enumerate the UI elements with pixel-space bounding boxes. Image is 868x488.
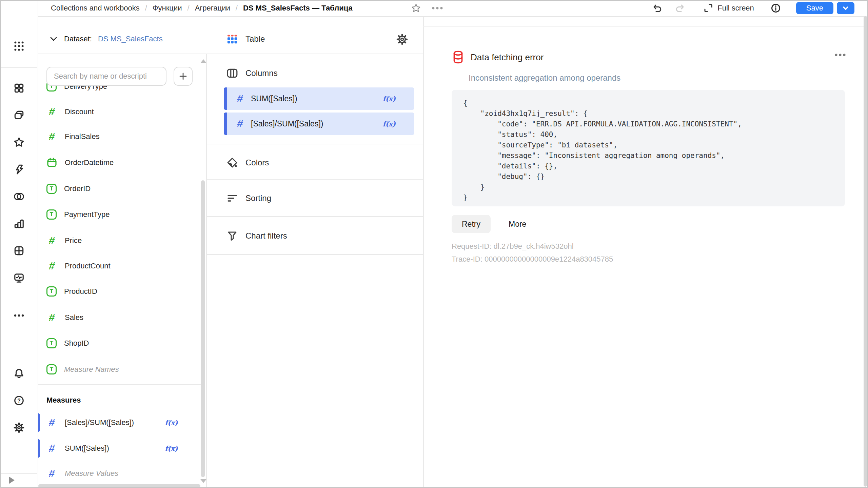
viz-type-label: Table [245,34,265,44]
field-row-sales[interactable]: # Sales [46,310,200,325]
field-row-shopid[interactable]: T ShopID [46,336,200,351]
retry-button[interactable]: Retry [452,215,491,233]
request-id-text: Request-ID: dl.27b9e_ck.h4iw532ohl [452,242,574,251]
dataset-label: Dataset: [64,35,92,43]
string-type-icon: T [46,338,57,348]
scroll-up-arrow[interactable] [200,59,206,63]
settings-gear-icon[interactable] [11,420,27,436]
error-subtitle-link[interactable]: Inconsistent aggregation among operands [469,73,620,83]
breadcrumb-aggregations[interactable]: Агрегации [195,4,230,13]
expand-panel-arrow-icon[interactable] [9,476,15,484]
field-search [46,67,166,86]
field-row-orderdatetime[interactable]: OrderDatetime [46,155,200,170]
field-row-productcount[interactable]: # ProductCount [46,258,200,274]
breadcrumb-collections-and-workbooks[interactable]: Collections and workbooks [51,4,140,13]
field-row-measure-names[interactable]: T Measure Names [46,362,200,377]
panel-divider [206,16,207,488]
undo-icon[interactable] [652,3,663,14]
number-type-icon: # [46,106,58,117]
field-row-paymenttype[interactable]: T PaymentType [46,207,200,222]
notifications-bell-icon[interactable] [11,365,27,382]
save-button[interactable]: Save [796,2,833,14]
add-field-button[interactable] [174,67,193,86]
chart-filters-section-header[interactable]: Chart filters [226,228,287,243]
measures-divider [38,384,202,385]
search-input[interactable] [46,67,166,86]
formula-fx-icon[interactable]: f(x) [165,444,177,453]
error-details-code-block: { "zoid43hx1q7ij_result": { "code": "ERR… [452,90,845,206]
fields-scrollbar[interactable] [201,180,205,477]
favorites-star-icon[interactable] [11,134,27,150]
field-row-discount[interactable]: # Discount [46,104,200,120]
dashboards-table-icon[interactable] [11,243,27,259]
chevron-down-icon [842,4,850,12]
connections-lightning-icon[interactable] [11,161,27,178]
error-more-actions-icon[interactable] [831,49,849,60]
dataset-panel-header: Dataset: DS MS_SalesFacts [38,16,206,54]
info-icon[interactable] [770,3,781,14]
field-accent-bar [224,113,227,135]
measure-row-sum-sales[interactable]: # SUM([Sales]) f(x) [46,441,200,456]
more-actions-icon[interactable] [431,5,443,12]
viz-type-header[interactable]: Table [206,16,423,54]
field-row-orderid[interactable]: T OrderID [46,181,200,197]
measure-row-measure-values[interactable]: # Measure Values [46,466,200,481]
column-field-pill[interactable]: # SUM([Sales]) f(x) [224,87,414,110]
string-type-icon: T [46,286,57,297]
error-header: Data fetching error [452,50,544,64]
breadcrumb: Collections and workbooks / Функции / Аг… [51,0,353,16]
fields-horizontal-scrollbar[interactable] [38,484,200,488]
field-accent-bar [224,87,227,110]
favorite-star-icon[interactable] [411,3,421,13]
measures-section-title: Measures [46,396,81,405]
fullscreen-label[interactable]: Full screen [717,4,754,13]
panel-divider [423,16,424,488]
error-title: Data fetching error [471,52,544,63]
string-type-icon: T [46,209,57,220]
breadcrumb-current-chart[interactable]: DS MS_SalesFacts — Таблица [243,4,353,13]
measure-row-sales-ratio[interactable]: # [Sales]/SUM([Sales]) f(x) [46,415,200,430]
formula-fx-icon[interactable]: f(x) [383,95,395,103]
breadcrumb-functions[interactable]: Функции [153,4,182,13]
error-json: { "zoid43hx1q7ij_result": { "code": "ERR… [463,98,833,203]
field-row-finalsales[interactable]: # FinalSales [46,129,200,144]
monitoring-icon[interactable] [11,270,27,286]
number-type-icon: # [234,93,246,104]
section-divider [206,216,423,217]
column-field-pill[interactable]: # [Sales]/SUM([Sales]) f(x) [224,113,414,135]
more-services-icon[interactable] [11,307,27,324]
formula-fx-icon[interactable]: f(x) [383,120,395,128]
colors-section-header[interactable]: Colors [226,155,269,170]
help-question-icon[interactable]: ? [11,392,27,409]
fullscreen-expand-icon[interactable] [703,3,713,13]
more-button[interactable]: More [502,215,532,233]
sorting-section-header[interactable]: Sorting [226,191,271,206]
charts-bar-icon[interactable] [11,216,27,232]
number-type-icon: # [46,417,58,428]
formula-fx-icon[interactable]: f(x) [165,419,177,427]
collections-icon[interactable] [11,107,27,123]
redo-icon[interactable] [675,3,686,14]
scroll-down-arrow[interactable] [200,479,206,483]
all-services-grid-icon[interactable] [11,38,27,54]
columns-section-header[interactable]: Columns [226,66,278,81]
save-options-button[interactable] [837,2,854,14]
field-row-productid[interactable]: T ProductID [46,284,200,299]
chevron-down-icon[interactable] [49,35,58,43]
columns-icon [226,68,238,79]
table-visualization-icon [226,34,238,44]
window-scrollbar[interactable] [864,16,867,487]
section-divider [206,179,423,180]
field-row-price[interactable]: # Price [46,233,200,248]
chart-settings-gear-icon[interactable] [396,33,850,45]
datasets-circles-icon[interactable] [11,188,27,205]
filter-funnel-icon [226,230,238,242]
svg-text:?: ? [17,398,21,404]
trace-id-text: Trace-ID: 00000000000000009e1224a8304578… [452,255,613,264]
number-type-icon: # [46,443,58,454]
sorting-lines-icon [226,192,238,204]
colors-paint-icon [226,157,238,168]
dashboards-tiles-icon[interactable] [11,80,27,96]
dataset-name-link[interactable]: DS MS_SalesFacts [98,35,163,43]
number-type-icon: # [46,235,58,246]
